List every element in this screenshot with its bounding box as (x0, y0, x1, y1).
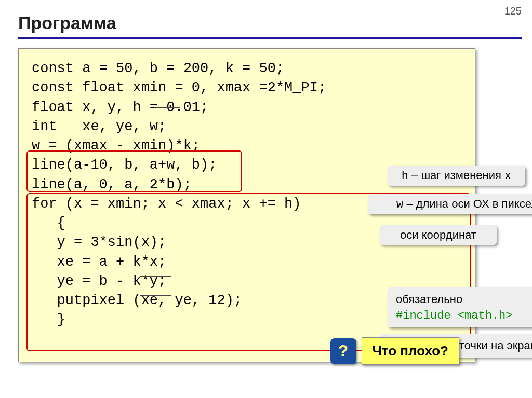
pointer-line-2pi (310, 63, 330, 63)
slide-title: Программа (18, 13, 522, 39)
pointer-line-include (140, 237, 179, 237)
callout-w-length: w – длина оси ОХ в пикселях (368, 194, 532, 214)
question-block: ? Что плохо? (330, 337, 459, 365)
callout-h-step: h – шаг изменения x (388, 166, 525, 186)
highlight-for-loop (26, 193, 471, 351)
pointer-line-w (136, 136, 162, 136)
callout-axes: оси координат (380, 225, 497, 245)
pointer-line-coord2 (140, 295, 171, 296)
question-icon: ? (330, 338, 356, 364)
highlight-axes-lines (26, 150, 242, 192)
callout-include: обязательно #include <math.h> (388, 287, 532, 327)
slide-content: Программа const a = 50, b = 200, k = 50;… (18, 13, 522, 393)
pointer-line-axes (143, 169, 172, 169)
question-text: Что плохо? (362, 337, 459, 365)
pointer-line-coord1 (140, 276, 171, 277)
pointer-line-h (154, 107, 180, 108)
code-box: const a = 50, b = 200, k = 50; const flo… (18, 48, 475, 362)
